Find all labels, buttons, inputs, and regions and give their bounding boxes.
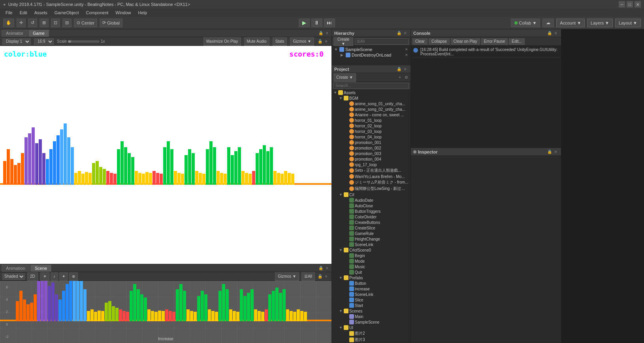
proj-lock-btn[interactable]: 🔒 <box>396 66 402 72</box>
tree-item-prefab-file[interactable]: SceneLink <box>343 292 411 297</box>
tree-item-bgm-file[interactable]: promotion_003 <box>343 151 411 156</box>
tree-item-bgm-file[interactable]: anime_song_02_unity_cha... <box>343 106 411 112</box>
tree-item-cs0-file[interactable]: Quit <box>343 269 411 275</box>
tree-item-prefab-file[interactable]: increase <box>343 286 411 292</box>
tree-item-cs0-file[interactable]: Begin <box>343 253 411 258</box>
menu-gameobject[interactable]: GameObject <box>51 9 82 16</box>
tree-item-cs-file[interactable]: CreateSlice <box>343 225 411 231</box>
tree-item-assets[interactable]: ▼ Assets <box>332 90 411 95</box>
center-button[interactable]: ⊙ Center <box>74 19 97 27</box>
stats-button[interactable]: Stats <box>273 37 287 46</box>
collapse-button[interactable]: Collapse <box>429 38 450 45</box>
game-panel-menu[interactable]: ≡ <box>324 39 329 44</box>
clear-button[interactable]: Clear <box>412 38 427 45</box>
close-button[interactable]: ✕ <box>635 1 641 8</box>
tree-item-scenes[interactable]: ▼ Scenes <box>337 308 411 314</box>
tree-item-bgm-file[interactable]: horror_03_loop <box>343 129 411 134</box>
shading-select[interactable]: Shaded <box>2 273 25 280</box>
scene-audio-button[interactable]: ♪ <box>51 272 58 281</box>
tree-item-bgm-file[interactable]: promotion_001 <box>343 140 411 145</box>
tab-game[interactable]: Game <box>28 30 49 37</box>
tree-item-cs-file[interactable]: CreateButtons <box>343 220 411 225</box>
tree-item-ui[interactable]: ▼ UI <box>337 325 411 330</box>
tree-item-scene-file[interactable]: SampleScene <box>343 319 411 325</box>
scene-panel-menu[interactable]: ≡ <box>324 265 330 271</box>
proj-settings-btn[interactable]: ⚙ <box>403 75 409 80</box>
tree-item-bgm-file[interactable]: rpg_17_loop <box>343 162 411 167</box>
tree-item-cs-file[interactable]: ColorDivider <box>343 214 411 220</box>
tree-item-cs-file[interactable]: ButtonTriggers <box>343 208 411 214</box>
tree-item-scene-file[interactable]: Main <box>343 314 411 319</box>
layout-button[interactable]: Layout ▼ <box>615 19 641 27</box>
scene-light-button[interactable]: ☀ <box>40 272 49 281</box>
maximize-on-play-button[interactable]: Maximize On Play <box>203 37 241 46</box>
tree-item-cs-file[interactable]: GameRule <box>343 231 411 236</box>
tree-item-csharp[interactable]: ▼ C# <box>337 192 411 197</box>
tree-item-bgm-file[interactable]: Seto - 正在退出人類遊戲... <box>343 167 411 174</box>
global-button[interactable]: ⟳ Global <box>100 19 122 27</box>
scale-track[interactable] <box>68 40 100 43</box>
menu-edit[interactable]: Edit <box>17 9 30 16</box>
aspect-select[interactable]: 16:9 <box>34 38 54 45</box>
gizmos-scene-button[interactable]: Gizmos ▼ <box>275 272 299 281</box>
gizmos-button[interactable]: Gizmos ▼ <box>290 37 314 46</box>
menu-component[interactable]: Component <box>83 9 111 16</box>
menu-file[interactable]: File <box>2 9 16 16</box>
2d-button[interactable]: 2D <box>27 272 38 281</box>
hier-create-button[interactable]: Create ▼ <box>333 37 353 46</box>
tab-animator[interactable]: Animator <box>2 30 28 37</box>
tree-item-ui-file[interactable]: 图片2 <box>343 330 411 337</box>
hierarchy-item-dontdestroy[interactable]: ▶ DontDestroyOnLoad ✕ <box>333 52 410 58</box>
layers-button[interactable]: Layers ▼ <box>587 19 613 27</box>
tree-item-bgm-file[interactable]: ジミーサムP,初音ミク - from... <box>343 179 411 186</box>
scene-fx-button[interactable]: ✦ <box>59 272 68 281</box>
tree-item-cs-file[interactable]: HeightChange <box>343 236 411 242</box>
tree-item-cs0-file[interactable]: Music <box>343 264 411 269</box>
clear-on-play-button[interactable]: Clear on Play <box>451 38 480 45</box>
move-tool-button[interactable]: ✛ <box>17 19 26 27</box>
play-button[interactable]: ▶ <box>299 19 310 27</box>
tree-item-prefabs[interactable]: ▼ Prefabs <box>337 275 411 280</box>
menu-assets[interactable]: Assets <box>31 9 51 16</box>
rect-tool-button[interactable]: ⊡ <box>51 19 60 27</box>
scene-canvas[interactable]: 6 4 2 0 -2 Increase <box>0 281 331 343</box>
tree-item-bgm-file[interactable]: horror_02_loop <box>343 123 411 129</box>
tree-item-prefab-file[interactable]: Button <box>343 280 411 286</box>
insp-lock-btn[interactable]: 🔒 <box>547 149 552 155</box>
minimize-button[interactable]: ─ <box>619 1 625 8</box>
hier-lock-btn[interactable]: 🔒 <box>396 30 402 36</box>
tree-item-bgm-file[interactable]: Arianne - come on, sweet ... <box>343 112 411 117</box>
scale-tool-button[interactable]: ⊞ <box>40 19 49 27</box>
tree-item-bgm-file[interactable]: promotion_002 <box>343 145 411 151</box>
tree-item-ui-file[interactable]: 图片3 <box>343 337 411 343</box>
tree-item-bgm-file[interactable]: anime_song_01_unity_cha... <box>343 101 411 106</box>
hierarchy-search-input[interactable] <box>355 38 409 45</box>
panel-menu-button[interactable]: ≡ <box>324 30 330 36</box>
mute-audio-button[interactable]: Mute Audio <box>244 37 269 46</box>
error-pause-button[interactable]: Error Pause <box>481 38 508 45</box>
tree-item-bgm-file[interactable]: WarriYo,Laura Brehm - Mo... <box>343 174 411 179</box>
tree-item-bgm-file[interactable]: horror_01_loop <box>343 117 411 123</box>
proj-menu-btn[interactable]: ≡ <box>403 66 408 72</box>
tree-item-bgm-file[interactable]: 隔間辦公型LowSing - 新过这2... <box>343 186 411 192</box>
console-lock-btn[interactable]: 🔒 <box>547 30 552 36</box>
cloud-button[interactable]: ☁ <box>542 19 554 27</box>
game-panel-lock[interactable]: 🔒 <box>317 39 323 44</box>
tree-item-prefab-file[interactable]: Slice <box>343 297 411 303</box>
menu-help[interactable]: Help <box>135 9 150 16</box>
edit-button[interactable]: Edit... <box>509 38 525 45</box>
tree-item-cs-file[interactable]: AutoClose <box>343 203 411 208</box>
account-button[interactable]: Account ▼ <box>556 19 585 27</box>
panel-lock-button[interactable]: 🔒 <box>318 30 324 36</box>
scene-panel-lock[interactable]: 🔒 <box>318 265 324 271</box>
tree-item-bgm-file[interactable]: horror_04_loop <box>343 134 411 140</box>
proj-create-button[interactable]: Create ▼ <box>333 73 356 82</box>
step-button[interactable]: ⏭ <box>324 19 335 27</box>
all-button[interactable]: ☰All <box>301 272 315 281</box>
project-search-input[interactable] <box>333 83 409 89</box>
hierarchy-item-samplescene[interactable]: ▼ SampleScene ✕ <box>333 47 410 52</box>
tree-item-prefab-file[interactable]: Start <box>343 303 411 308</box>
scene-lock-btn[interactable]: 🔒 <box>317 274 323 279</box>
tab-scene[interactable]: Scene <box>30 265 51 272</box>
insp-menu-btn[interactable]: ≡ <box>553 149 559 155</box>
